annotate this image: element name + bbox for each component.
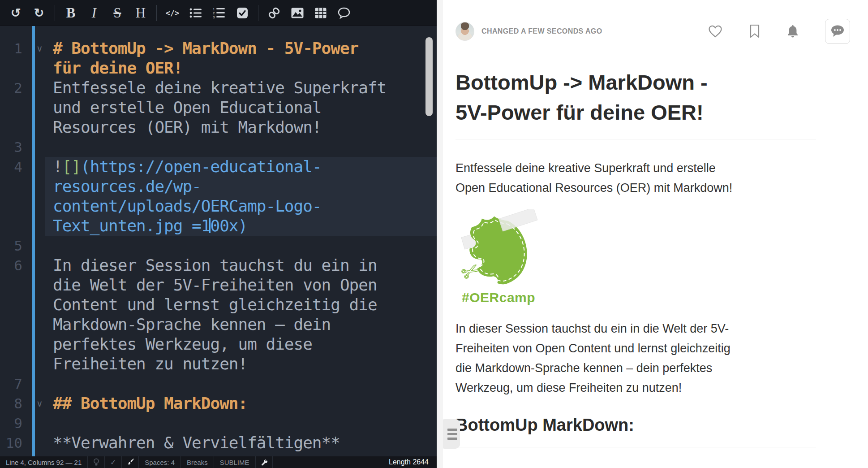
toc-expand-tab[interactable] bbox=[443, 419, 460, 449]
oercamp-flame-graphic: ✂ bbox=[455, 209, 545, 290]
code-row[interactable]: 6In dieser Session tauchst du ein in bbox=[0, 256, 437, 275]
keymap-setting[interactable]: SUBLIME bbox=[214, 456, 256, 468]
comment-button-toolbar[interactable] bbox=[335, 4, 353, 22]
fold-spacer bbox=[22, 256, 45, 275]
fold-spacer bbox=[22, 433, 45, 453]
code-line-text: resources.de/wp- bbox=[45, 177, 437, 196]
spellcheck-toggle[interactable]: ✓ bbox=[105, 456, 122, 468]
code-line-text: In dieser Session tauchst du ein in bbox=[45, 256, 437, 275]
line-number: 10 bbox=[0, 433, 22, 453]
redo-button[interactable]: ↻ bbox=[30, 4, 48, 22]
code-line-text bbox=[45, 236, 437, 256]
bookmark-button[interactable] bbox=[749, 24, 761, 39]
italic-button[interactable]: I bbox=[85, 4, 103, 22]
image-icon bbox=[291, 8, 304, 18]
fold-spacer bbox=[22, 354, 45, 374]
notifications-button[interactable] bbox=[786, 24, 799, 39]
linebreaks-setting[interactable]: Breaks bbox=[181, 456, 214, 468]
line-number bbox=[0, 98, 22, 117]
code-row[interactable]: 4![](https://open-educational- bbox=[0, 157, 437, 177]
code-row[interactable]: 7 bbox=[0, 374, 437, 394]
like-button[interactable] bbox=[708, 25, 723, 38]
code-row[interactable]: 9 bbox=[0, 413, 437, 433]
fold-spacer bbox=[22, 374, 45, 394]
table-button[interactable] bbox=[311, 4, 330, 22]
fold-spacer bbox=[22, 137, 45, 157]
code-line-text: content/uploads/OERCamp-Logo- bbox=[45, 196, 437, 216]
code-row[interactable]: Freiheiten zu nutzen! bbox=[0, 354, 437, 374]
image-button[interactable] bbox=[288, 4, 307, 22]
fold-spacer bbox=[22, 196, 45, 216]
lint-toggle[interactable] bbox=[88, 456, 105, 468]
oercamp-logo-caption: #OERcamp bbox=[462, 290, 545, 305]
heading-button[interactable]: H bbox=[131, 4, 150, 22]
code-line-text: ![](https://open-educational- bbox=[45, 157, 437, 177]
spaces-setting[interactable]: Spaces: 4 bbox=[139, 456, 181, 468]
code-row[interactable]: für deine OER! bbox=[0, 58, 437, 78]
code-row[interactable]: und erstelle Open Educational bbox=[0, 98, 437, 117]
line-number bbox=[0, 216, 22, 236]
preview-header: CHANGED A FEW SECONDS AGO bbox=[455, 18, 850, 45]
code-row[interactable]: perfektes Werkzeug, um diese bbox=[0, 334, 437, 354]
code-row[interactable]: 8∨## BottomUp MarkDown: bbox=[0, 394, 437, 413]
code-editor[interactable]: 1∨# BottomUp -> MarkDown - 5V-Powerfür d… bbox=[0, 26, 437, 456]
wrench-icon bbox=[260, 459, 268, 466]
line-number bbox=[0, 58, 22, 78]
code-line-text: für deine OER! bbox=[45, 58, 437, 78]
link-button[interactable] bbox=[265, 4, 284, 22]
code-row[interactable]: 2Entfessele deine kreative Superkraft bbox=[0, 78, 437, 98]
line-number bbox=[0, 196, 22, 216]
strikethrough-button[interactable]: S bbox=[108, 4, 127, 22]
pane-resize-handle[interactable] bbox=[437, 0, 443, 468]
code-row[interactable]: die Welt der 5V-Freiheiten von Open bbox=[0, 275, 437, 295]
theme-toggle[interactable] bbox=[122, 456, 139, 468]
checklist-button[interactable] bbox=[233, 4, 252, 22]
comments-panel-button[interactable] bbox=[825, 19, 850, 44]
code-row[interactable]: resources.de/wp- bbox=[0, 177, 437, 196]
document-title: BottomUp -> MarkDown - 5V-Power für dein… bbox=[455, 67, 816, 139]
line-number bbox=[0, 117, 22, 137]
code-rows: 1∨# BottomUp -> MarkDown - 5V-Powerfür d… bbox=[0, 39, 437, 453]
code-row[interactable]: 5 bbox=[0, 236, 437, 256]
code-line-text: Entfessele deine kreative Superkraft bbox=[45, 78, 437, 98]
code-row[interactable]: 3 bbox=[0, 137, 437, 157]
code-row[interactable]: Text_unten.jpg =100x) bbox=[0, 216, 437, 236]
preferences-button[interactable] bbox=[256, 456, 273, 468]
fold-spacer bbox=[22, 216, 45, 236]
bold-button[interactable]: B bbox=[61, 4, 80, 22]
editor-statusbar: Line 4, Columns 92 — 21 ✓ Spaces: 4 Brea… bbox=[0, 456, 437, 468]
line-number: 4 bbox=[0, 157, 22, 177]
preview-article: BottomUp -> MarkDown - 5V-Power für dein… bbox=[455, 67, 816, 447]
section-heading: BottomUp MarkDown: bbox=[455, 414, 816, 447]
heart-icon bbox=[708, 25, 723, 38]
author-avatar[interactable] bbox=[455, 22, 474, 41]
ordered-list-icon: 1 2 3 bbox=[213, 7, 225, 19]
code-row[interactable]: 10**Verwahren & Vervielfältigen** bbox=[0, 433, 437, 453]
bullet-list-icon bbox=[189, 8, 202, 18]
bullet-list-button[interactable] bbox=[186, 4, 205, 22]
code-row[interactable]: content/uploads/OERCamp-Logo- bbox=[0, 196, 437, 216]
editor-scrollbar-thumb[interactable] bbox=[425, 37, 433, 116]
code-row[interactable]: Markdown-Sprache kennen – dein bbox=[0, 315, 437, 334]
fold-chevron-icon[interactable]: ∨ bbox=[22, 394, 45, 413]
fold-spacer bbox=[22, 58, 45, 78]
code-row[interactable]: Resources (OER) mit Markdown! bbox=[0, 117, 437, 137]
checklist-icon bbox=[236, 7, 248, 19]
code-line-text bbox=[45, 374, 437, 394]
code-line-text: Content und lernst gleichzeitig die bbox=[45, 295, 437, 315]
code-row[interactable]: 1∨# BottomUp -> MarkDown - 5V-Power bbox=[0, 39, 437, 58]
bell-icon bbox=[786, 24, 799, 39]
code-row[interactable]: Content und lernst gleichzeitig die bbox=[0, 295, 437, 315]
code-line-text bbox=[45, 137, 437, 157]
undo-button[interactable]: ↺ bbox=[6, 4, 25, 22]
line-number: 1 bbox=[0, 39, 22, 58]
preview-pane: CHANGED A FEW SECONDS AGO bbox=[443, 0, 868, 468]
line-number bbox=[0, 295, 22, 315]
table-icon bbox=[315, 8, 327, 18]
line-number: 7 bbox=[0, 374, 22, 394]
fold-chevron-icon[interactable]: ∨ bbox=[22, 39, 45, 58]
line-number: 3 bbox=[0, 137, 22, 157]
code-button[interactable]: </> bbox=[163, 4, 182, 22]
paintbrush-icon bbox=[126, 458, 134, 466]
ordered-list-button[interactable]: 1 2 3 bbox=[210, 4, 228, 22]
